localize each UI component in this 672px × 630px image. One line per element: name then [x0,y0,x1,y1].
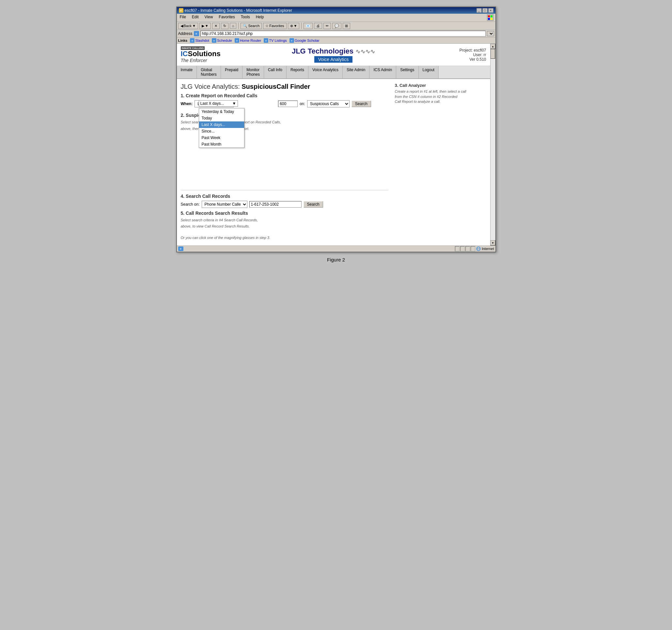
internet-zone: Internet [476,247,494,251]
svg-rect-3 [490,18,493,20]
dropdown-past-month[interactable]: Past Month [199,141,244,147]
maximize-button[interactable]: □ [482,8,487,13]
project-line: Project: escfl07 [434,48,486,52]
nav-prepaid[interactable]: Prepaid [221,66,242,78]
favorites-toolbar-button[interactable]: ☆ Favorites [263,23,286,29]
when-label: When: [181,101,193,106]
nav-logout[interactable]: Logout [419,66,439,78]
link-tv-listings[interactable]: e TV Listings [264,38,287,43]
ics-logo: ICSolutions [181,50,233,58]
menu-help[interactable]: Help [255,14,265,21]
refresh-icon: ↻ [223,24,226,28]
waveform-icon: ∿∿∿∿ [355,48,375,55]
star-icon: ☆ [265,24,269,28]
refresh-button[interactable]: ↻ [221,23,229,29]
link-home-router[interactable]: e Home Router [235,38,261,43]
nav-call-info[interactable]: Call Info [264,66,287,78]
home-button[interactable]: ⌂ [230,23,237,29]
search-on-label: Search on: [181,202,200,207]
dropdown-today[interactable]: Today [199,115,244,121]
edit-button[interactable]: ✏ [323,23,331,29]
back-button[interactable]: ◀ Back ▼ [178,23,198,29]
globe-icon [476,247,481,251]
menu-favorites[interactable]: Favorites [218,14,236,21]
search-value-input[interactable] [249,201,302,208]
nav-monitor-phones[interactable]: MonitorPhones [242,66,264,78]
select-display[interactable]: Last X days... ▼ [199,100,238,107]
page-status-icon: e [178,247,184,251]
menu-edit[interactable]: Edit [191,14,200,21]
solutions-text: Solutions [188,50,221,58]
search-on-select[interactable]: Phone Number Called Inmate Name CSN # [202,201,247,208]
search4-button[interactable]: Search [304,201,323,208]
search1-button[interactable]: Search [352,100,371,107]
nav-voice-analytics[interactable]: Voice Analytics [308,66,343,78]
nav-reports[interactable]: Reports [287,66,308,78]
home-router-icon: e [235,38,239,43]
left-panel: JLG Voice Analytics: SuspiciousCall Find… [181,83,388,241]
stop-icon: ✕ [214,24,217,28]
browser-window: e escfl07 - Inmate Calling Solutions - M… [176,6,496,252]
address-input[interactable] [200,31,486,37]
address-bar: Address e [177,30,496,38]
nav-inmate[interactable]: Inmate [177,66,197,78]
forward-button[interactable]: ▶ ▼ [199,23,211,29]
nav-ics-admin[interactable]: ICS Admin [369,66,396,78]
dropdown-past-week[interactable]: Past Week [199,135,244,141]
nav-bar: Inmate GlobalNumbers Prepaid MonitorPhon… [177,66,490,79]
title-bar: e escfl07 - Inmate Calling Solutions - M… [177,7,496,14]
nav-global-numbers[interactable]: GlobalNumbers [197,66,221,78]
section3-title: 3. Call Analyzer [395,83,486,88]
discuss-button[interactable]: 💬 [332,23,341,29]
status-left: e [178,247,185,251]
nav-settings[interactable]: Settings [396,66,418,78]
title-bar-controls[interactable]: _ □ × [477,8,494,13]
divider-1 [181,190,388,190]
tv-listings-icon: e [264,38,268,43]
mail-button[interactable]: 📧 [304,23,313,29]
vertical-scrollbar[interactable]: ▲ ▼ [490,44,496,246]
section1-title: 1. Create Report on Recorded Calls [181,93,388,98]
link-google-scholar[interactable]: e Google Scholar [289,38,319,43]
search-icon: 🔍 [243,24,247,28]
figure-caption: Figure 2 [327,257,345,262]
messenger-button[interactable]: ⊞ [343,23,350,29]
schedule-icon: e [212,38,216,43]
days-input[interactable] [278,100,298,107]
media-button[interactable]: ⊕ ▼ [288,23,299,29]
scroll-thumb[interactable] [490,49,495,59]
scroll-up-button[interactable]: ▲ [490,44,496,49]
section4-title: 4. Search Call Records [181,193,388,199]
menu-tools[interactable]: Tools [240,14,251,21]
menu-file[interactable]: File [179,14,187,21]
minimize-button[interactable]: _ [477,8,482,13]
section5-title: 5. Call Records Search Results [181,211,388,216]
jlg-title: JLG Technologies ∿∿∿∿ [233,47,434,55]
section1-form-row: When: Last X days... Yesterday & Today T… [181,100,388,108]
dropdown-last-x-days[interactable]: Last X days... [199,121,244,128]
jlg-banner: JLG Technologies ∿∿∿∿ Voice Analytics [233,47,434,63]
svg-rect-2 [488,18,490,20]
section4-form-row: Search on: Phone Number Called Inmate Na… [181,201,388,208]
menu-view[interactable]: View [203,14,214,21]
status-seg-3 [465,246,470,251]
nav-site-admin[interactable]: Site Admin [343,66,369,78]
dropdown-since[interactable]: Since... [199,128,244,135]
media-icon: ⊕ [290,24,293,28]
link-schedule[interactable]: e Schedule [212,38,232,43]
dropdown-yesterday-today[interactable]: Yesterday & Today [199,108,244,115]
svg-rect-0 [488,15,490,17]
section4-area: 4. Search Call Records Search on: Phone … [181,193,388,208]
call-type-select[interactable]: Suspicious Calls All Calls [307,100,350,108]
link-slashdot[interactable]: e Slashdot [190,38,209,43]
section5-inst1: Select search criteria in #4 Search Call… [181,218,388,223]
address-dropdown[interactable] [487,31,494,36]
close-button[interactable]: × [488,8,494,13]
scroll-down-button[interactable]: ▼ [490,240,496,246]
section5-inst2: above, to view Call Record Search Result… [181,224,388,229]
search-toolbar-button[interactable]: 🔍 Search [241,23,262,29]
stop-button[interactable]: ✕ [212,23,220,29]
print-button[interactable]: 🖨 [314,23,322,29]
page-title-bold: SuspiciousCall Finder [241,83,310,90]
windows-logo-icon [487,14,494,21]
